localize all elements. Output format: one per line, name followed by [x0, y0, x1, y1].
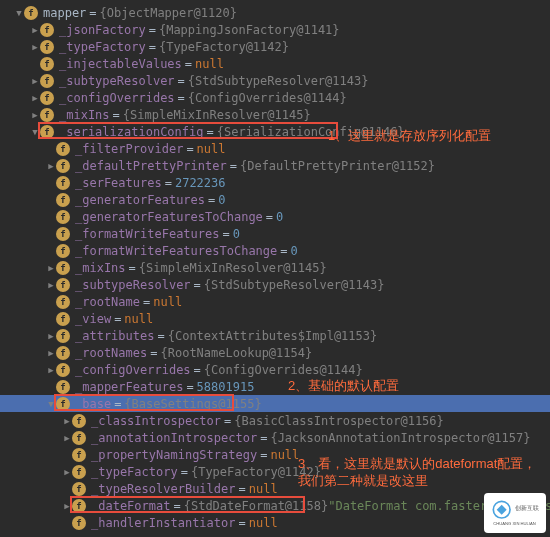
field-name: _rootNames: [75, 346, 147, 360]
chevron-down-icon[interactable]: [14, 8, 24, 18]
chevron-right-icon[interactable]: [30, 93, 40, 103]
field-value: {BasicClassIntrospector@1156}: [234, 414, 444, 428]
tree-row[interactable]: f_mixIns = {SimpleMixInResolver@1145}: [0, 259, 550, 276]
chevron-right-icon[interactable]: [46, 365, 56, 375]
field-value: {JacksonAnnotationIntrospector@1157}: [270, 431, 530, 445]
field-value: 0: [291, 244, 298, 258]
field-name: _propertyNamingStrategy: [91, 448, 257, 462]
chevron-right-icon[interactable]: [46, 161, 56, 171]
field-icon: f: [40, 108, 54, 122]
tree-row[interactable]: f_typeFactory = {TypeFactory@1142}: [0, 463, 550, 480]
chevron-down-icon[interactable]: [46, 399, 56, 409]
field-icon: f: [24, 6, 38, 20]
chevron-right-icon[interactable]: [46, 280, 56, 290]
field-name: _typeFactory: [59, 40, 146, 54]
field-name: _injectableValues: [59, 57, 182, 71]
field-value: {StdDateFormat@1158}: [184, 499, 329, 513]
tree-row[interactable]: f_view = null: [0, 310, 550, 327]
tree-row[interactable]: f_mixIns = {SimpleMixInResolver@1145}: [0, 106, 550, 123]
tree-row[interactable]: f_typeResolverBuilder = null: [0, 480, 550, 497]
field-icon: f: [56, 227, 70, 241]
field-icon: f: [40, 91, 54, 105]
chevron-right-icon[interactable]: [46, 331, 56, 341]
tree-row[interactable]: f_injectableValues = null: [0, 55, 550, 72]
tree-row[interactable]: f_generatorFeaturesToChange = 0: [0, 208, 550, 225]
tree-row[interactable]: f_serFeatures = 2722236: [0, 174, 550, 191]
field-value: {ObjectMapper@1120}: [100, 6, 237, 20]
tree-row[interactable]: f_defaultPrettyPrinter = {DefaultPrettyP…: [0, 157, 550, 174]
field-name: _formatWriteFeaturesToChange: [75, 244, 277, 258]
chevron-right-icon[interactable]: [62, 416, 72, 426]
tree-row[interactable]: fmapper = {ObjectMapper@1120}: [0, 4, 550, 21]
tree-row[interactable]: f_annotationIntrospector = {JacksonAnnot…: [0, 429, 550, 446]
field-name: mapper: [43, 6, 86, 20]
tree-row[interactable]: f_filterProvider = null: [0, 140, 550, 157]
field-icon: f: [72, 499, 86, 513]
field-value: {StdSubtypeResolver@1143}: [188, 74, 369, 88]
tree-row[interactable]: f_jsonFactory = {MappingJsonFactory@1141…: [0, 21, 550, 38]
field-value: null: [249, 516, 278, 530]
debugger-tree[interactable]: fmapper = {ObjectMapper@1120}f_jsonFacto…: [0, 0, 550, 535]
chevron-right-icon[interactable]: [46, 348, 56, 358]
field-icon: f: [56, 295, 70, 309]
field-name: _typeFactory: [91, 465, 178, 479]
field-value: null: [124, 312, 153, 326]
tree-row[interactable]: f_propertyNamingStrategy = null: [0, 446, 550, 463]
field-name: _configOverrides: [59, 91, 175, 105]
field-name: _subtypeResolver: [75, 278, 191, 292]
field-value: {MappingJsonFactory@1141}: [159, 23, 340, 37]
field-name: _dateFormat: [91, 499, 170, 513]
tree-row[interactable]: f_dateFormat = {StdDateFormat@1158} "Dat…: [0, 497, 550, 514]
tree-row[interactable]: f_typeFactory = {TypeFactory@1142}: [0, 38, 550, 55]
field-value: {RootNameLookup@1154}: [160, 346, 312, 360]
tree-row[interactable]: f_rootName = null: [0, 293, 550, 310]
tree-row[interactable]: f_base = {BaseSettings@1155}: [0, 395, 550, 412]
field-icon: f: [56, 363, 70, 377]
chevron-right-icon[interactable]: [30, 42, 40, 52]
chevron-right-icon[interactable]: [62, 467, 72, 477]
field-value: {ContextAttributes$Impl@1153}: [168, 329, 378, 343]
chevron-right-icon[interactable]: [30, 76, 40, 86]
tree-row[interactable]: f_subtypeResolver = {StdSubtypeResolver@…: [0, 276, 550, 293]
field-value: null: [197, 142, 226, 156]
field-value: 2722236: [175, 176, 226, 190]
tree-row[interactable]: f_formatWriteFeaturesToChange = 0: [0, 242, 550, 259]
field-icon: f: [72, 482, 86, 496]
field-icon: f: [56, 278, 70, 292]
tree-row[interactable]: f_configOverrides = {ConfigOverrides@114…: [0, 361, 550, 378]
field-icon: f: [56, 261, 70, 275]
field-value: null: [153, 295, 182, 309]
chevron-down-icon[interactable]: [30, 127, 40, 137]
tree-row[interactable]: f_subtypeResolver = {StdSubtypeResolver@…: [0, 72, 550, 89]
tree-row[interactable]: f_rootNames = {RootNameLookup@1154}: [0, 344, 550, 361]
field-name: _jsonFactory: [59, 23, 146, 37]
chevron-right-icon[interactable]: [62, 501, 72, 511]
field-name: _formatWriteFeatures: [75, 227, 220, 241]
tree-row[interactable]: f_generatorFeatures = 0: [0, 191, 550, 208]
field-name: _mapperFeatures: [75, 380, 183, 394]
tree-row[interactable]: f_attributes = {ContextAttributes$Impl@1…: [0, 327, 550, 344]
tree-row[interactable]: f_mapperFeatures = 58801915: [0, 378, 550, 395]
field-value: {TypeFactory@1142}: [191, 465, 321, 479]
field-value: {SimpleMixInResolver@1145}: [139, 261, 327, 275]
tree-row[interactable]: f_configOverrides = {ConfigOverrides@114…: [0, 89, 550, 106]
field-icon: f: [72, 431, 86, 445]
tree-row[interactable]: f_formatWriteFeatures = 0: [0, 225, 550, 242]
tree-row[interactable]: f_serializationConfig = {SerializationCo…: [0, 123, 550, 140]
chevron-right-icon[interactable]: [46, 263, 56, 273]
field-value: null: [249, 482, 278, 496]
field-name: _view: [75, 312, 111, 326]
field-value: {ConfigOverrides@1144}: [188, 91, 347, 105]
field-name: _configOverrides: [75, 363, 191, 377]
field-icon: f: [56, 244, 70, 258]
tree-row[interactable]: f_handlerInstantiator = null: [0, 514, 550, 531]
chevron-right-icon[interactable]: [30, 110, 40, 120]
field-icon: f: [40, 23, 54, 37]
chevron-right-icon[interactable]: [30, 25, 40, 35]
chevron-right-icon[interactable]: [62, 433, 72, 443]
field-name: _annotationIntrospector: [91, 431, 257, 445]
svg-text:CHUANG XIN HULIAN: CHUANG XIN HULIAN: [493, 521, 535, 526]
field-icon: f: [56, 210, 70, 224]
tree-row[interactable]: f_classIntrospector = {BasicClassIntrosp…: [0, 412, 550, 429]
field-name: _serializationConfig: [59, 125, 204, 139]
